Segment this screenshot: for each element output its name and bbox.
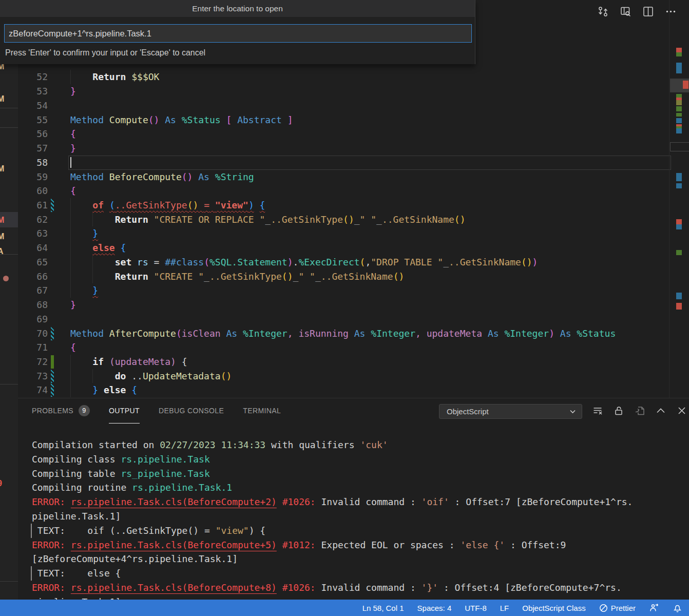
gutter-added-indicator[interactable] — [51, 355, 54, 369]
encoding-setting[interactable]: UTF-8 — [458, 600, 493, 616]
clear-output-icon[interactable] — [592, 405, 603, 418]
code-line[interactable]: 55Method Compute() As %Status [ Abstract… — [18, 113, 689, 127]
code-text: set rs = ##class(%SQL.Statement).%ExecDi… — [70, 255, 538, 270]
code-token: Abstract — [237, 114, 282, 125]
error-location-link[interactable]: rs.pipeline.Task.cls(BeforeCompute+5) — [71, 540, 277, 550]
code-text: of (..GetSinkType() = "view") { — [70, 198, 265, 213]
panel-tab-label: TERMINAL — [243, 407, 281, 415]
error-location-link[interactable]: rs.pipeline.Task.cls(BeforeCompute+8) — [71, 582, 277, 593]
ruler-outline-box — [670, 142, 689, 151]
indentation-setting[interactable]: Spaces: 4 — [411, 600, 458, 616]
code-line[interactable]: 63 } — [18, 226, 689, 241]
output-token: : Offset:4 [zBeforeCompute+7^rs. — [438, 582, 622, 593]
close-panel-icon[interactable] — [676, 405, 687, 418]
code-token: (updateMeta) — [109, 356, 176, 367]
code-token: As — [226, 328, 237, 339]
panel-tab-problems[interactable]: PROBLEMS9 — [32, 398, 90, 423]
code-token: "view" — [215, 200, 248, 210]
open-output-in-editor-icon[interactable] — [634, 405, 645, 418]
code-line[interactable]: 62 Return "CREATE OR REPLACE "_..GetSink… — [18, 213, 689, 227]
output-token: ) { — [249, 525, 266, 536]
code-token: AfterCompute — [109, 328, 176, 339]
error-location-link[interactable]: rs.pipeline.Task.cls(BeforeCompute+2) — [71, 496, 277, 507]
code-text: { — [70, 340, 76, 355]
ruler-mark — [676, 303, 682, 310]
code-token: ( — [360, 257, 366, 267]
code-token: %SQL.Statement — [209, 257, 288, 267]
ruler-mark — [676, 250, 682, 255]
code-line[interactable]: 69 — [18, 312, 689, 326]
code-token: Compute — [109, 114, 148, 125]
split-editor-icon[interactable] — [642, 6, 654, 17]
line-number: 65 — [18, 255, 48, 270]
code-line[interactable]: 72 if (updateMeta) { — [18, 355, 689, 369]
line-number: 53 — [18, 84, 48, 99]
output-token: Invalid command : — [316, 582, 422, 593]
code-token: { — [70, 128, 76, 139]
code-token: %Status — [577, 328, 616, 339]
output-token: ERROR: — [32, 540, 71, 550]
code-line[interactable]: 71{ — [18, 340, 689, 355]
code-token: As — [165, 114, 176, 125]
output-token: TEXT: else { — [32, 568, 121, 579]
git-status-badge: A — [0, 247, 4, 256]
open-preview-icon[interactable] — [620, 6, 631, 17]
output-channel-select[interactable]: ObjectScript — [439, 404, 582, 419]
code-line[interactable]: 53} — [18, 84, 689, 99]
code-token — [282, 114, 288, 125]
open-changes-icon[interactable] — [597, 6, 609, 17]
gutter-modified-indicator[interactable] — [51, 327, 54, 340]
formatter-status[interactable]: Prettier — [592, 600, 642, 616]
code-line[interactable]: 57} — [18, 141, 689, 156]
eol-setting[interactable]: LF — [493, 600, 516, 616]
output-token: Expected EOL or spaces : — [316, 540, 461, 550]
code-line[interactable]: 74 } else { — [18, 383, 689, 397]
unlock-icon[interactable] — [613, 405, 624, 418]
gutter-modified-indicator[interactable] — [51, 199, 54, 212]
output-line: ERROR: rs.pipeline.Task.cls(BeforeComput… — [32, 538, 566, 552]
code-line[interactable]: 60{ — [18, 184, 689, 198]
code-text: } — [70, 226, 98, 241]
code-token: "CREATE OR REPLACE " — [154, 214, 265, 225]
code-line[interactable]: 59Method BeforeCompute() As %String — [18, 170, 689, 184]
code-token: ( — [204, 257, 209, 267]
output-log[interactable]: Compilation started on 02/27/2023 11:34:… — [18, 423, 689, 600]
code-line[interactable]: 70Method AfterCompute(isClean As %Intege… — [18, 326, 689, 341]
quick-input-field[interactable] — [4, 24, 472, 43]
code-line[interactable]: 54 — [18, 99, 689, 113]
ruler-mark — [676, 183, 682, 188]
notifications-bell-icon[interactable] — [666, 600, 689, 616]
output-line: Compilation started on 02/27/2023 11:34:… — [32, 438, 388, 452]
code-token: rs — [137, 257, 148, 267]
output-token: Compiling class — [32, 454, 121, 465]
code-line[interactable]: 66 Return "CREATE "_..GetSinkType()_" "_… — [18, 270, 689, 284]
panel-tab-output[interactable]: OUTPUT — [109, 398, 140, 424]
code-line[interactable]: 67 } — [18, 283, 689, 298]
language-mode[interactable]: ObjectScript Class — [515, 600, 592, 616]
code-line[interactable]: 56{ — [18, 127, 689, 141]
feedback-icon[interactable] — [642, 600, 666, 616]
overview-ruler[interactable] — [669, 0, 689, 398]
line-number: 58 — [18, 156, 48, 170]
panel-tabs: PROBLEMS9OUTPUTDEBUG CONSOLETERMINAL — [32, 398, 281, 423]
code-token — [209, 200, 215, 210]
code-line[interactable]: 61 of (..GetSinkType() = "view") { — [18, 198, 689, 213]
output-token: rs.pipeline.Task.1 — [132, 482, 232, 493]
more-actions-icon[interactable] — [665, 6, 677, 17]
code-line[interactable]: 52 Return $$$OK — [18, 70, 689, 84]
code-line[interactable]: 65 set rs = ##class(%SQL.Statement).%Exe… — [18, 255, 689, 270]
quick-input-title: Enter the location to open — [0, 0, 475, 17]
text-cursor — [70, 157, 71, 168]
code-line[interactable]: 58 — [18, 156, 689, 170]
gutter-modified-indicator[interactable] — [51, 370, 54, 383]
gutter-modified-indicator[interactable] — [51, 383, 54, 397]
maximize-panel-icon[interactable] — [655, 405, 666, 418]
code-token: As — [198, 171, 209, 182]
code-line[interactable]: 64 else { — [18, 241, 689, 255]
panel-tab-debug-console[interactable]: DEBUG CONSOLE — [159, 398, 224, 423]
panel-tab-terminal[interactable]: TERMINAL — [243, 398, 281, 423]
cursor-position[interactable]: Ln 58, Col 1 — [356, 600, 411, 616]
code-line[interactable]: 73 do ..UpdateMetadata() — [18, 369, 689, 383]
code-line[interactable]: 68} — [18, 298, 689, 312]
output-channel-label: ObjectScript — [447, 407, 489, 416]
